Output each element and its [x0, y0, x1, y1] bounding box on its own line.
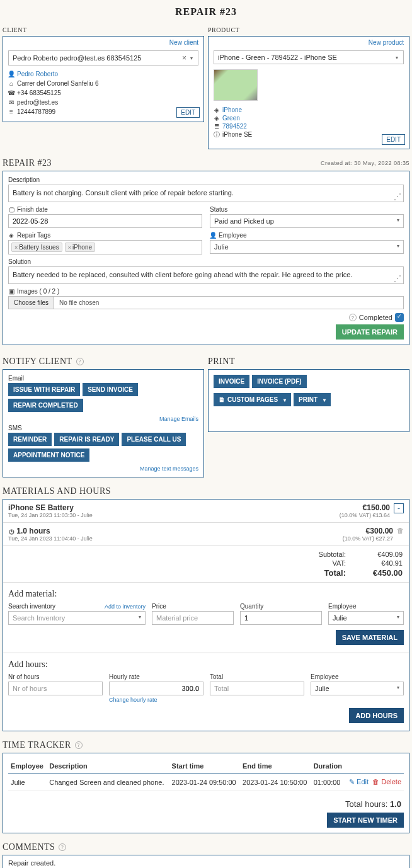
tags-input[interactable]: ×Battery Issues ×iPhone: [8, 240, 202, 254]
custom-pages-button[interactable]: 🗎CUSTOM PAGES ▾: [214, 393, 291, 406]
delete-timer-link[interactable]: Delete: [381, 778, 401, 785]
nrhours-input[interactable]: [8, 682, 103, 695]
add-to-inventory-link[interactable]: Add to inventory: [105, 603, 146, 610]
update-repair-button[interactable]: UPDATE REPAIR: [336, 324, 404, 340]
location-icon: ⌂: [8, 81, 14, 87]
product-combo[interactable]: iPhone - Green - 7894522 - iPhone SE ▾: [214, 50, 404, 64]
sms-callus-button[interactable]: PLEASE CALL US: [122, 433, 186, 446]
trash-icon[interactable]: 🗑: [397, 527, 404, 534]
product-brand-link[interactable]: iPhone: [222, 106, 242, 113]
qty-label: Quantity: [240, 603, 322, 611]
tag-icon: ◈: [214, 107, 220, 113]
close-icon[interactable]: ×: [68, 244, 71, 251]
chevron-down-icon[interactable]: ▾: [189, 55, 194, 61]
invoice-pdf-button[interactable]: INVOICE (PDF): [252, 375, 307, 388]
help-icon[interactable]: ?: [76, 358, 84, 365]
print-button[interactable]: PRINT ▾: [294, 393, 331, 406]
barcode-icon: ≣: [214, 123, 220, 130]
solution-label: Solution: [8, 258, 404, 266]
email-invoice-button[interactable]: SEND INVOICE: [83, 383, 138, 396]
product-image: [214, 69, 258, 101]
email-issue-button[interactable]: ISSUE WITH REPAIR: [8, 383, 80, 396]
hours-total-input[interactable]: [210, 682, 304, 695]
client-name-link[interactable]: Pedro Roberto: [17, 71, 58, 77]
edit-client-button[interactable]: EDIT: [176, 107, 200, 118]
manage-sms-link[interactable]: Manage text messages: [140, 465, 198, 472]
material-row: iPhone SE Battery Tue, 24 Jan 2023 11:03…: [3, 500, 409, 523]
email-completed-button[interactable]: REPAIR COMPLETED: [8, 399, 83, 412]
sms-appointment-button[interactable]: APPOINTMENT NOTICE: [8, 448, 89, 462]
invoice-button[interactable]: INVOICE: [214, 375, 249, 388]
tracker-table: Employee Description Start time End time…: [8, 758, 404, 791]
file-status: No file chosen: [54, 297, 104, 309]
nrhours-label: Nr of hours: [8, 673, 103, 682]
add-hours-button[interactable]: ADD HOURS: [349, 708, 404, 723]
save-material-button[interactable]: SAVE MATERIAL: [336, 630, 404, 645]
help-icon[interactable]: ?: [75, 741, 83, 749]
completed-checkbox[interactable]: [395, 313, 404, 322]
client-phone: +34 683545125: [17, 89, 61, 96]
hours-emp-select[interactable]: Julie: [311, 682, 404, 695]
help-icon[interactable]: ?: [349, 314, 357, 321]
search-inventory-select[interactable]: Search Inventory: [8, 611, 146, 625]
repair-section-title: REPAIR #23: [3, 158, 52, 168]
add-material-form: Add material: Search inventoryAdd to inv…: [3, 583, 409, 653]
hours-meta: Tue, 24 Jan 2023 11:04:40 - Julie: [8, 535, 343, 542]
mat-emp-select[interactable]: Julie: [328, 611, 404, 625]
employee-select[interactable]: Julie: [210, 240, 404, 254]
remove-material-button[interactable]: -: [394, 503, 404, 513]
client-combo[interactable]: Pedro Roberto pedro@test.es 683545125 × …: [8, 50, 198, 66]
tag-battery[interactable]: ×Battery Issues: [11, 243, 62, 252]
tracker-title: TIME TRACKER: [3, 740, 71, 750]
start-timer-button[interactable]: START NEW TIMER: [327, 813, 404, 828]
sms-reminder-button[interactable]: REMINDER: [8, 433, 52, 446]
status-label: Status: [210, 206, 404, 214]
new-client-link[interactable]: New client: [169, 39, 198, 46]
manage-emails-link[interactable]: Manage Emails: [159, 416, 198, 422]
finish-date-input[interactable]: [8, 214, 202, 228]
client-combo-value: Pedro Roberto pedro@test.es 683545125: [13, 54, 141, 62]
tag-iphone[interactable]: ×iPhone: [65, 243, 95, 252]
price-input[interactable]: [152, 611, 234, 625]
tag-icon: ◈: [8, 232, 14, 239]
material-price: €150.00: [340, 503, 390, 512]
repair-created-at: Created at: 30 May, 2022 08:35: [321, 160, 409, 166]
chevron-down-icon[interactable]: ▾: [394, 55, 399, 60]
sms-label: SMS: [8, 425, 198, 433]
help-icon[interactable]: ?: [59, 843, 66, 851]
product-color-link[interactable]: Green: [222, 115, 240, 122]
trash-icon: 🗑: [372, 778, 379, 785]
file-input[interactable]: Choose files No file chosen: [8, 296, 404, 309]
change-rate-link[interactable]: Change hourly rate: [109, 697, 157, 703]
qty-input[interactable]: [240, 611, 322, 625]
clear-icon[interactable]: ×: [180, 54, 189, 62]
solution-textarea[interactable]: Battery needed to be replaced, consulted…: [8, 266, 404, 284]
product-combo-value: iPhone - Green - 7894522 - iPhone SE: [218, 54, 337, 61]
add-hours-form: Add hours: Nr of hours Hourly rate Chang…: [3, 653, 409, 731]
tracker-panel: Employee Description Start time End time…: [3, 753, 409, 833]
sms-ready-button[interactable]: REPAIR IS READY: [54, 433, 119, 446]
comments-title: COMMENTS: [3, 842, 55, 852]
notify-panel: Email ISSUE WITH REPAIR SEND INVOICE REP…: [3, 369, 204, 477]
edit-timer-link[interactable]: Edit: [357, 778, 369, 785]
price-label: Price: [152, 603, 234, 611]
new-product-link[interactable]: New product: [369, 39, 404, 46]
materials-panel: iPhone SE Battery Tue, 24 Jan 2023 11:03…: [3, 499, 409, 731]
repair-tags-label: Repair Tags: [17, 232, 50, 239]
product-serial-link[interactable]: 7894522: [222, 123, 247, 130]
status-select[interactable]: Paid and Picked up: [210, 214, 404, 228]
print-title: PRINT: [208, 357, 235, 367]
product-section-label: PRODUCT: [208, 24, 409, 36]
rate-input[interactable]: [109, 682, 203, 695]
total-hours-label: Total hours:: [345, 799, 390, 809]
choose-files-button[interactable]: Choose files: [9, 297, 54, 309]
client-section-label: CLIENT: [3, 24, 204, 36]
product-panel: New product iPhone - Green - 7894522 - i…: [208, 36, 409, 149]
doc-icon: 🗎: [219, 396, 225, 403]
table-row: Julie Changed Screen and cleaned phone. …: [8, 774, 404, 791]
email-label: Email: [8, 375, 198, 383]
th-duration: Duration: [311, 758, 345, 774]
close-icon[interactable]: ×: [14, 244, 18, 251]
description-textarea[interactable]: Battery is not charging. Consult client …: [8, 185, 404, 202]
edit-product-button[interactable]: EDIT: [382, 134, 405, 145]
